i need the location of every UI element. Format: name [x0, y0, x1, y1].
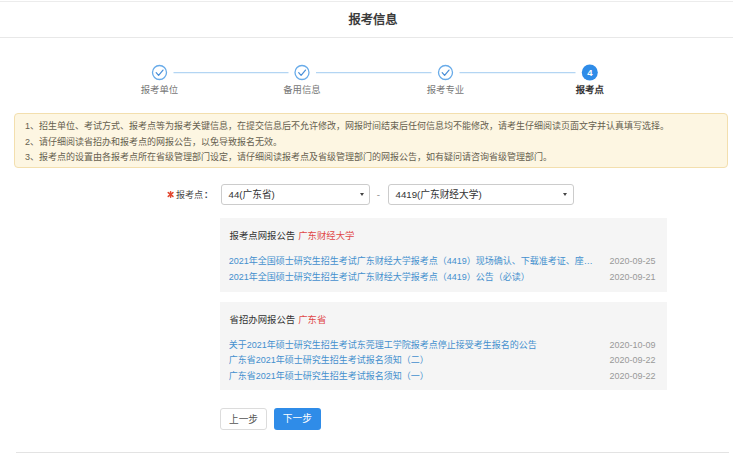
svg-text:4: 4 — [587, 67, 593, 78]
